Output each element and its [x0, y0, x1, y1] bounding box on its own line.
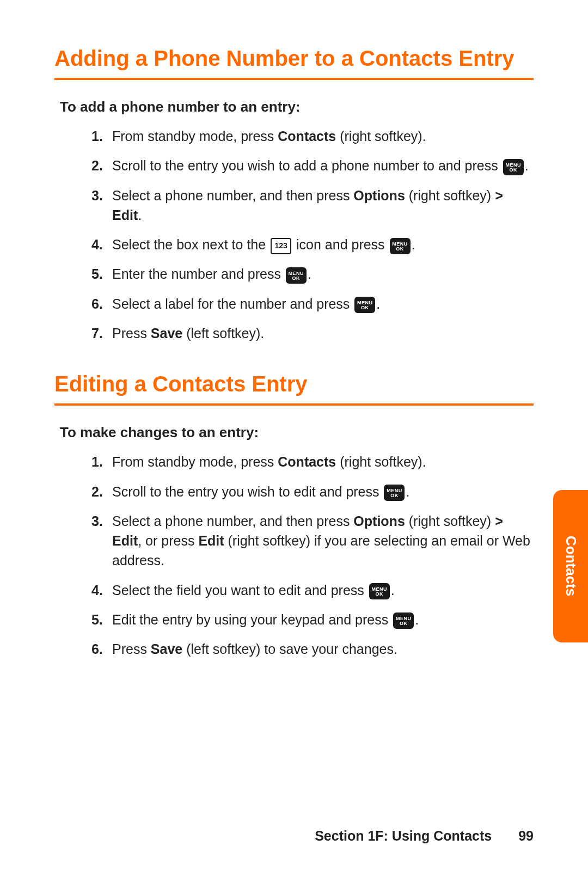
step-item: 1. From standby mode, press Contacts (ri… [91, 452, 534, 471]
sub-heading-edit: To make changes to an entry: [60, 424, 534, 441]
step-item: 4. Select the field you want to edit and… [91, 580, 534, 600]
side-tab-label: Contacts [562, 536, 579, 596]
section-title-edit-entry: Editing a Contacts Entry [54, 370, 534, 406]
step-item: 7. Press Save (left softkey). [91, 323, 534, 343]
step-text: From standby mode, press Contacts (right… [112, 126, 534, 146]
menu-ok-icon: MENUOK [286, 267, 307, 284]
step-text: Select a phone number, and then press Op… [112, 511, 534, 571]
step-text: Press Save (left softkey). [112, 323, 534, 343]
step-text: Select a phone number, and then press Op… [112, 186, 534, 225]
step-text: Select the box next to the 123 icon and … [112, 235, 534, 254]
step-item: 6. Press Save (left softkey) to save you… [91, 639, 534, 659]
step-item: 2. Scroll to the entry you wish to edit … [91, 482, 534, 501]
section-title-add-number: Adding a Phone Number to a Contacts Entr… [54, 45, 534, 80]
step-number: 1. [91, 452, 112, 471]
step-number: 4. [91, 580, 112, 600]
menu-ok-icon: MENUOK [393, 612, 414, 629]
step-item: 1. From standby mode, press Contacts (ri… [91, 126, 534, 146]
step-text: Scroll to the entry you wish to edit and… [112, 482, 534, 501]
number-input-icon: 123 [271, 238, 291, 254]
step-text: Press Save (left softkey) to save your c… [112, 639, 534, 659]
step-item: 2. Scroll to the entry you wish to add a… [91, 156, 534, 175]
menu-ok-icon: MENUOK [503, 159, 524, 175]
sub-heading-add: To add a phone number to an entry: [60, 99, 534, 115]
step-number: 2. [91, 482, 112, 501]
side-tab-contacts: Contacts [553, 490, 588, 642]
page-footer: Section 1F: Using Contacts 99 [315, 828, 534, 844]
step-number: 5. [91, 610, 112, 629]
menu-ok-icon: MENUOK [390, 238, 411, 254]
step-text: Edit the entry by using your keypad and … [112, 610, 534, 629]
step-number: 1. [91, 126, 112, 146]
step-number: 6. [91, 639, 112, 659]
steps-list-add: 1. From standby mode, press Contacts (ri… [54, 126, 534, 343]
menu-ok-icon: MENUOK [354, 297, 375, 313]
step-text: Select a label for the number and press … [112, 294, 534, 314]
step-item: 5. Edit the entry by using your keypad a… [91, 610, 534, 629]
step-item: 3. Select a phone number, and then press… [91, 511, 534, 571]
step-number: 7. [91, 323, 112, 343]
step-text: Scroll to the entry you wish to add a ph… [112, 156, 534, 175]
step-number: 2. [91, 156, 112, 175]
footer-section: Section 1F: Using Contacts [315, 828, 492, 843]
footer-page-number: 99 [518, 828, 534, 843]
step-item: 3. Select a phone number, and then press… [91, 186, 534, 225]
step-text: Enter the number and press MENUOK. [112, 264, 534, 284]
step-item: 5. Enter the number and press MENUOK. [91, 264, 534, 284]
step-item: 6. Select a label for the number and pre… [91, 294, 534, 314]
manual-page: Adding a Phone Number to a Contacts Entr… [0, 0, 588, 882]
step-number: 4. [91, 235, 112, 254]
steps-list-edit: 1. From standby mode, press Contacts (ri… [54, 452, 534, 659]
step-number: 6. [91, 294, 112, 314]
step-item: 4. Select the box next to the 123 icon a… [91, 235, 534, 254]
step-text: Select the field you want to edit and pr… [112, 580, 534, 600]
step-text: From standby mode, press Contacts (right… [112, 452, 534, 471]
menu-ok-icon: MENUOK [384, 485, 405, 501]
step-number: 5. [91, 264, 112, 284]
step-number: 3. [91, 511, 112, 531]
step-number: 3. [91, 186, 112, 205]
menu-ok-icon: MENUOK [369, 583, 390, 599]
